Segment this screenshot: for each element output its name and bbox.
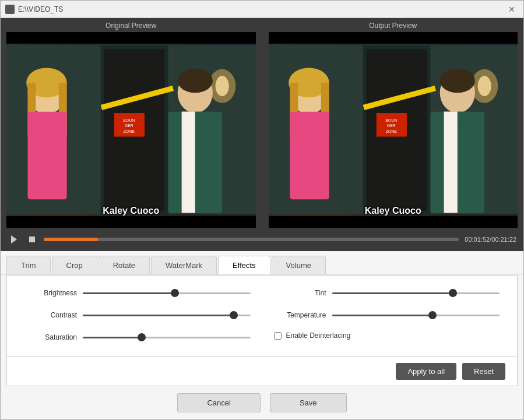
saturation-fill [83, 337, 142, 338]
svg-text:BOUN: BOUN [123, 118, 135, 122]
effects-col-left: Brightness Contrast [24, 287, 251, 345]
tint-slider[interactable] [332, 287, 500, 299]
top-black-bar-right [269, 32, 518, 44]
bottom-black-bar-right [269, 216, 518, 228]
progress-bar[interactable] [44, 238, 459, 241]
temperature-fill [332, 315, 433, 316]
tint-label: Tint [274, 289, 326, 297]
original-video-bg: BOUN GER ZONE [6, 32, 256, 228]
top-black-bar-left [6, 32, 256, 44]
output-subtitle: Kaley Cuoco [365, 206, 421, 216]
tab-watermark[interactable]: WaterMark [151, 256, 217, 274]
tint-thumb[interactable] [449, 289, 457, 297]
svg-marker-42 [11, 235, 17, 243]
effects-grid: Brightness Contrast [24, 287, 500, 345]
contrast-slider[interactable] [83, 309, 251, 321]
saturation-track [83, 337, 251, 338]
saturation-thumb[interactable] [138, 333, 146, 341]
contrast-row: Contrast [24, 309, 251, 321]
brightness-label: Brightness [24, 289, 77, 297]
bottom-black-bar-left [6, 216, 256, 228]
brightness-thumb[interactable] [171, 289, 179, 297]
contrast-fill [83, 315, 234, 316]
brightness-track [83, 292, 251, 294]
apply-to-all-button[interactable]: Apply to all [396, 363, 456, 380]
saturation-slider[interactable] [83, 331, 251, 343]
output-video: BOUN GER ZONE [269, 32, 518, 228]
effects-col-right: Tint Temperature [274, 287, 500, 345]
brightness-row: Brightness [24, 287, 251, 299]
svg-text:ZONE: ZONE [385, 129, 397, 133]
tab-effects[interactable]: Effects [218, 256, 270, 274]
tab-crop[interactable]: Crop [52, 256, 97, 274]
temperature-slider[interactable] [332, 309, 500, 321]
window-title: E:\\VIDEO_TS [18, 5, 505, 13]
svg-point-16 [178, 69, 213, 93]
brightness-fill [83, 292, 175, 294]
svg-rect-14 [27, 112, 66, 200]
stop-icon [28, 235, 36, 243]
svg-point-4 [216, 76, 229, 96]
temperature-track [332, 315, 500, 316]
tab-trim[interactable]: Trim [6, 256, 51, 274]
contrast-track [83, 315, 251, 316]
action-buttons-area: Apply to all Reset [6, 357, 518, 386]
reset-button[interactable]: Reset [462, 363, 505, 380]
tint-row: Tint [274, 287, 500, 299]
footer-area: Cancel Save [1, 386, 523, 419]
preview-area: Original Preview [1, 18, 523, 228]
deinterlace-row: Enable Deinterlacing [274, 331, 500, 340]
original-preview-panel: Original Preview [1, 18, 262, 228]
deinterlace-label[interactable]: Enable Deinterlacing [286, 331, 351, 340]
close-button[interactable]: ✕ [505, 2, 519, 16]
contrast-label: Contrast [24, 311, 77, 319]
svg-point-25 [477, 76, 491, 96]
temperature-label: Temperature [274, 311, 326, 319]
cancel-button[interactable]: Cancel [177, 393, 260, 412]
output-preview-panel: Output Preview [263, 18, 524, 228]
tab-volume[interactable]: Volume [272, 256, 326, 274]
output-preview-label: Output Preview [263, 18, 524, 32]
output-video-bg: BOUN GER ZONE [269, 32, 518, 228]
control-bar: 00:01:52/00:21:22 [1, 228, 523, 251]
svg-rect-35 [290, 112, 329, 200]
original-subtitle: Kaley Cuoco [103, 206, 159, 216]
time-display: 00:01:52/00:21:22 [465, 236, 516, 243]
temperature-row: Temperature [274, 309, 500, 321]
main-window: E:\\VIDEO_TS ✕ Original Preview [0, 0, 524, 420]
deinterlace-checkbox[interactable] [274, 332, 282, 340]
play-icon [9, 235, 19, 244]
tabs-area: Trim Crop Rotate WaterMark Effects Volum… [1, 251, 523, 275]
svg-rect-43 [29, 237, 35, 242]
original-video: BOUN GER ZONE [6, 32, 256, 228]
saturation-row: Saturation [24, 331, 251, 343]
save-button[interactable]: Save [270, 393, 347, 412]
effects-panel: Brightness Contrast [6, 275, 518, 357]
tint-fill [332, 292, 453, 294]
original-preview-label: Original Preview [1, 18, 262, 32]
play-button[interactable] [8, 233, 20, 246]
tint-track [332, 292, 500, 294]
saturation-label: Saturation [24, 333, 77, 341]
app-icon [5, 5, 15, 14]
svg-text:ZONE: ZONE [124, 129, 135, 133]
tab-rotate[interactable]: Rotate [99, 256, 150, 274]
svg-point-37 [439, 69, 474, 93]
temperature-thumb[interactable] [428, 311, 437, 319]
titlebar: E:\\VIDEO_TS ✕ [1, 1, 523, 18]
stop-button[interactable] [26, 234, 38, 245]
svg-text:GER: GER [125, 123, 133, 128]
brightness-slider[interactable] [83, 287, 251, 299]
progress-fill [44, 238, 98, 241]
contrast-thumb[interactable] [230, 311, 238, 319]
svg-text:BOUN: BOUN [385, 118, 397, 122]
svg-text:GER: GER [386, 123, 395, 128]
